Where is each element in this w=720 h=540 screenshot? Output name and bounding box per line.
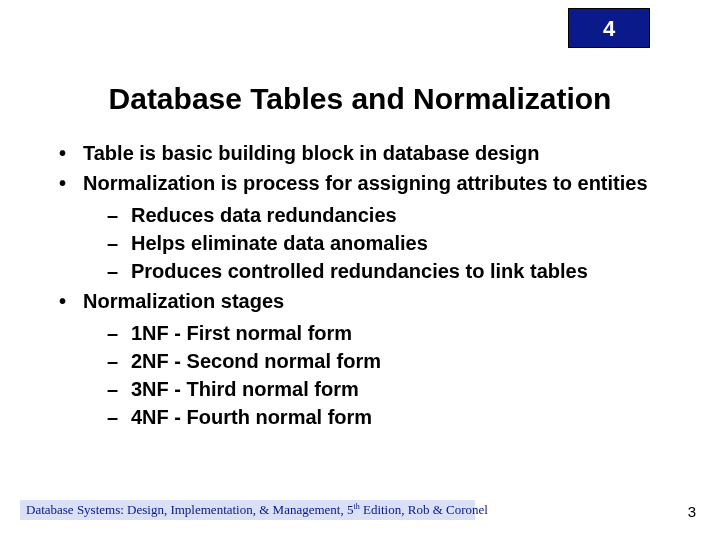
subbullet-item: 3NF - Third normal form	[107, 376, 665, 402]
slide-title: Database Tables and Normalization	[0, 82, 720, 116]
slide: 4 Database Tables and Normalization Tabl…	[0, 0, 720, 540]
bullet-text: Table is basic building block in databas…	[83, 142, 539, 164]
subbullet-text: 1NF - First normal form	[131, 322, 352, 344]
slide-body: Table is basic building block in databas…	[55, 140, 665, 434]
subbullet-text: Produces controlled redundancies to link…	[131, 260, 588, 282]
footer-post: Edition, Rob & Coronel	[360, 502, 488, 517]
bullet-item: Normalization stages 1NF - First normal …	[55, 288, 665, 430]
subbullet-item: Helps eliminate data anomalies	[107, 230, 665, 256]
bullet-text: Normalization stages	[83, 290, 284, 312]
subbullet-text: 2NF - Second normal form	[131, 350, 381, 372]
page-number: 3	[688, 503, 696, 520]
subbullet-item: 1NF - First normal form	[107, 320, 665, 346]
footer-text: Database Systems: Design, Implementation…	[20, 500, 475, 520]
subbullet-text: 3NF - Third normal form	[131, 378, 359, 400]
subbullet-text: Reduces data redundancies	[131, 204, 397, 226]
subbullet-item: Reduces data redundancies	[107, 202, 665, 228]
bullet-text: Normalization is process for assigning a…	[83, 172, 648, 194]
subbullet-text: Helps eliminate data anomalies	[131, 232, 428, 254]
bullet-item: Normalization is process for assigning a…	[55, 170, 665, 284]
subbullet-item: 4NF - Fourth normal form	[107, 404, 665, 430]
footer-bar: Database Systems: Design, Implementation…	[20, 500, 475, 520]
subbullet-item: 2NF - Second normal form	[107, 348, 665, 374]
footer-pre: Database Systems: Design, Implementation…	[26, 502, 353, 517]
chapter-badge: 4	[568, 8, 650, 48]
subbullet-item: Produces controlled redundancies to link…	[107, 258, 665, 284]
bullet-item: Table is basic building block in databas…	[55, 140, 665, 166]
subbullet-text: 4NF - Fourth normal form	[131, 406, 372, 428]
